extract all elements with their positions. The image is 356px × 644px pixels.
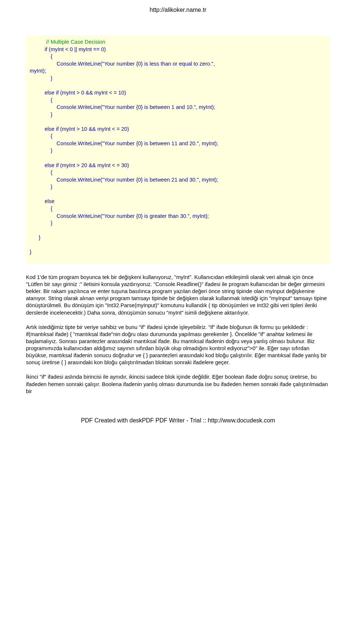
paragraph-1: Kod 1'de tüm program boyunca tek bir değ… (26, 274, 330, 316)
code-comment: // Multiple Case Decision (30, 39, 105, 45)
document-page: http://alikoker.name.tr // Multiple Case… (0, 0, 356, 439)
code-body: if (myInt < 0 || myInt == 0) { Console.W… (30, 46, 218, 255)
header-url: http://alikoker.name.tr (26, 7, 330, 13)
paragraph-3: İkinci "if" ifadesi aslında birincisi il… (26, 374, 330, 395)
footer-text: PDF Created with deskPDF PDF Writer - Tr… (26, 417, 330, 424)
code-block: // Multiple Case Decision if (myInt < 0 … (26, 36, 330, 263)
paragraph-2: Artık istediğimiz tipte bir veriye sahib… (26, 324, 330, 366)
